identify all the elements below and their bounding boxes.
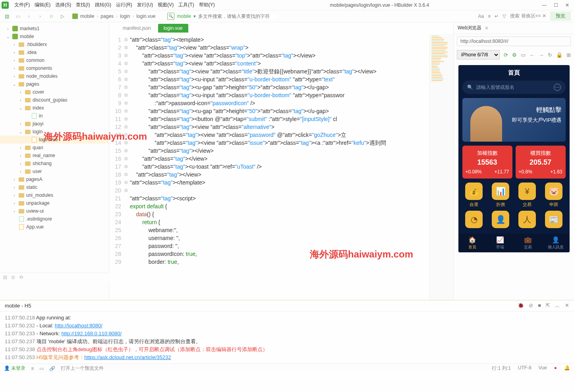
feature-icon[interactable]: 💰自選 [462,183,486,208]
tree-item-uni_modules[interactable]: ›uni_modules [0,191,109,199]
bell-icon[interactable]: 🔔 [564,365,570,372]
qr-icon[interactable]: ⊞ [566,52,571,58]
breadcrumb-item[interactable]: login.vue [136,13,155,19]
feature-icon[interactable]: 📊折價 [489,183,512,208]
lock-icon[interactable]: 🔒 [556,52,562,58]
index-card[interactable]: 櫃買指數205.57+0.8%+1.63 [516,146,566,179]
editor-tab[interactable]: login.vue [158,24,188,33]
stop-icon[interactable]: ■ [538,302,541,309]
feature-icon[interactable]: ◔ [462,211,486,230]
menu-item[interactable]: 选择(S) [53,2,73,8]
device-icon[interactable]: ▭ [521,52,526,58]
save-icon[interactable]: ▭ [14,13,21,20]
menu-item[interactable]: 编辑(E) [32,2,53,8]
tree-item-user[interactable]: ›user [0,167,109,175]
text-format-icon[interactable]: Aa [478,13,484,19]
forward-icon[interactable]: › [37,13,44,20]
tree-item-eslintignore[interactable]: .eslintignore [0,215,109,223]
tabbar-item[interactable]: 🏠首頁 [458,236,486,250]
menu-item[interactable]: 查找(I) [73,2,92,8]
feature-icon[interactable]: 人 [516,211,539,230]
terminal-icon[interactable]: ▭ [39,366,44,371]
settings-icon[interactable]: ⚙ [512,52,517,58]
expand-icon[interactable]: ⇱ [546,302,550,309]
breadcrumb-item[interactable]: mobile [80,13,94,19]
wrap-icon[interactable]: ↵ [495,13,499,19]
bug-icon[interactable]: 🐞 [518,302,524,309]
tree-item-pagesA[interactable]: ›pagesA [0,175,109,183]
tree-item-hbuilderx[interactable]: ›.hbuilderx [0,40,109,48]
url-input[interactable]: http://localhost:8080/#/ [457,37,571,46]
language-mode[interactable]: Vue [539,365,547,372]
editor-tab[interactable]: manifest.json [117,24,157,33]
project-selector[interactable]: mobile [177,13,191,19]
menu-item[interactable]: 帮助(Y) [197,2,217,8]
tabbar-item[interactable]: 👤個人訊息 [542,236,570,250]
tree-item-shichang[interactable]: ›shichang [0,159,109,167]
search-bar[interactable]: 🔍 請輸入股號或股名 ⋯ [462,81,566,94]
tree-item-unpackage[interactable]: ›unpackage [0,199,109,207]
chat-icon[interactable]: ⋯ [554,84,561,91]
menu-item[interactable]: 文件(F) [12,2,32,8]
tree-item-node_modules[interactable]: ›node_modules [0,72,109,80]
clear-icon[interactable]: ⊘ [529,302,533,309]
feature-icon[interactable]: 📰 [542,211,566,230]
browser-tab-label[interactable]: Web浏览器 [458,25,481,31]
tabbar-item[interactable]: 💼交易 [514,236,542,250]
maximize-icon[interactable]: ☐ [554,2,558,8]
sync-icon[interactable]: ⟲ [19,275,23,280]
tree-item-in[interactable]: in [0,112,109,120]
feature-icon[interactable]: 🐷申購 [542,183,566,208]
preview-button[interactable]: 预览 [550,12,571,21]
encoding[interactable]: UTF-8 [518,365,531,372]
tree-item-login[interactable]: ⌄login [0,128,109,136]
close-icon[interactable]: ✕ [485,25,489,31]
banner[interactable]: 輕觸點擊 即可享受大戶VIP禮遇 [462,98,566,142]
filter-icon[interactable]: ▽ [502,13,506,19]
tree-item-index[interactable]: ⌄index [0,104,109,112]
indent-icon[interactable]: ≡ [488,13,491,19]
forward-icon[interactable]: → [539,52,544,58]
menu-item[interactable]: 视图(V) [155,2,176,8]
tree-item-markets1[interactable]: ›markets1 [0,25,109,33]
global-search-icon[interactable]: 🔍 [167,13,174,20]
tree-item-mobile[interactable]: ⌄mobile [0,33,109,40]
close-console-icon[interactable]: ✕ [565,302,569,309]
tabbar-item[interactable]: 📈市場 [486,236,514,250]
tree-item-quan[interactable]: ›quan [0,144,109,152]
run-icon[interactable]: ▷ [59,13,66,20]
new-file-icon[interactable]: ▤ [3,13,10,20]
star-icon[interactable]: ☆ [48,13,55,20]
tree-item-components[interactable]: ›components [0,64,109,72]
search-icon[interactable]: ⊙ [11,275,15,280]
minimap[interactable] [429,34,453,300]
tree-item-cover[interactable]: ›cover [0,88,109,96]
tree-item-pages[interactable]: ⌄pages [0,80,109,88]
back-icon[interactable]: ‹ [25,13,33,20]
breadcrumb-item[interactable]: login [120,13,130,19]
menu-item[interactable]: 跳转(G) [93,2,114,8]
console-tab[interactable]: mobile - H5 [5,303,31,309]
code-editor[interactable]: "attr">class="tag"><template> "attr">cla… [130,34,429,300]
tree-item-discount_gupiao[interactable]: ›discount_gupiao [0,96,109,104]
tree-item-common[interactable]: ›common [0,56,109,64]
tree-item-loginvue[interactable]: login.vue [0,136,109,144]
tree-item-Appvue[interactable]: App.vue [0,223,109,231]
minimize-icon[interactable]: — [542,2,547,8]
feature-icon[interactable]: 👤 [489,211,512,230]
user-status[interactable]: 👤 未登录 [4,365,25,372]
outline-icon[interactable]: ⊟ [3,275,7,280]
breadcrumb-item[interactable]: pages [100,13,114,19]
refresh-icon[interactable]: ⟳ [504,52,508,58]
tree-item-real_name[interactable]: ›real_name [0,152,109,159]
close-icon[interactable]: ✕ [565,2,569,8]
tree-item-static[interactable]: ›static [0,183,109,191]
index-card[interactable]: 加權指數15563+0.08%+11.77 [462,146,512,179]
menu-item[interactable]: 发行(U) [135,2,156,8]
reload-icon[interactable]: ↻ [548,52,552,58]
sync-status-icon[interactable]: ● [554,365,557,372]
tree-item-idea[interactable]: ›.idea [0,48,109,56]
chevron-up-icon[interactable]: ︿ [555,302,560,309]
menu-item[interactable]: 工具(T) [176,2,196,8]
console-output[interactable]: 11:07:50.218 App running at:11:07:50.232… [0,311,574,363]
